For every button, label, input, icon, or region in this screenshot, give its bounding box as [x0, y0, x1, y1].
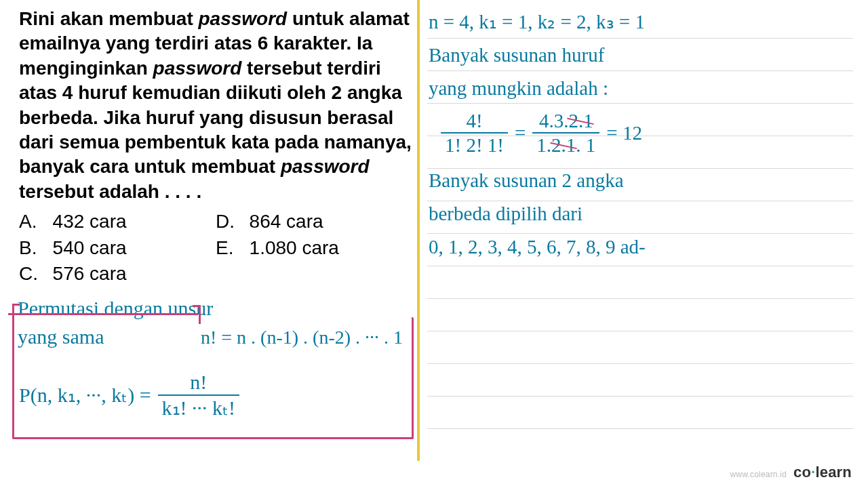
frac-2-den-strike: 2.1	[551, 134, 576, 156]
rule-line	[427, 428, 853, 429]
footer-url: www.colearn.id	[730, 470, 787, 479]
pink-box-outline	[12, 317, 414, 439]
choices: A. 432 cara D. 864 cara B. 540 cara E. 1…	[19, 209, 412, 286]
choice-b-text: 540 cara	[53, 237, 127, 258]
work-line-3: yang mungkin adalah :	[429, 72, 849, 105]
footer: www.colearn.id co·learn	[730, 464, 852, 481]
worked-solution: n = 4, k₁ = 1, k₂ = 2, k₃ = 1 Banyak sus…	[429, 5, 849, 264]
choice-e-text: 1.080 cara	[250, 237, 339, 258]
footer-brand: co·learn	[793, 464, 852, 481]
page: Rini akan membuat password untuk alamat …	[0, 0, 868, 488]
choice-c-text: 576 cara	[53, 263, 127, 284]
rule-line	[427, 266, 853, 266]
choice-a-text: 432 cara	[53, 211, 127, 232]
choice-c: C. 576 cara	[19, 262, 216, 286]
work-line-5: Banyak susunan 2 angka	[429, 164, 849, 197]
question-stem: Rini akan membuat password untuk alamat …	[19, 7, 412, 204]
choice-b: B. 540 cara	[19, 236, 216, 260]
rule-line	[427, 331, 853, 331]
brand-pre: co	[793, 464, 811, 481]
work-line-6: berbeda dipilih dari	[429, 197, 849, 230]
frac-2-den-a: 1.	[536, 134, 551, 156]
choice-e: E. 1.080 cara	[216, 236, 412, 260]
permutation-note: Permutasi dengan unsur yang sama n! = n …	[18, 297, 414, 445]
brand-post: learn	[815, 464, 852, 481]
work-equation: 4! 1! 2! 1! = 4.3.2.1 1.2.1. 1 = 12	[441, 109, 849, 157]
result-12: = 12	[606, 118, 642, 148]
frac-2-den: 1.2.1. 1	[532, 132, 599, 155]
perm-title-1: Permutasi dengan unsur	[18, 297, 213, 320]
frac-1: 4! 1! 2! 1!	[441, 110, 508, 156]
work-line-7: 0, 1, 2, 3, 4, 5, 6, 7, 8, 9 ad-	[429, 230, 849, 264]
rule-line	[427, 363, 853, 364]
choice-d: D. 864 cara	[216, 209, 412, 234]
vertical-divider	[417, 0, 420, 461]
equals-1: =	[515, 118, 526, 148]
frac-1-den: 1! 2! 1!	[441, 132, 508, 155]
work-line-2: Banyak susunan huruf	[429, 39, 849, 72]
choice-d-text: 864 cara	[250, 211, 323, 232]
work-line-1: n = 4, k₁ = 1, k₂ = 2, k₃ = 1	[429, 5, 849, 39]
frac-2: 4.3.2.1 1.2.1. 1	[532, 110, 599, 156]
rule-line	[427, 396, 853, 396]
rule-line	[427, 298, 853, 299]
question-block: Rini akan membuat password untuk alamat …	[19, 7, 412, 286]
frac-2-den-c: . 1	[576, 134, 595, 156]
frac-2-num-a: 4.3.	[539, 110, 569, 131]
frac-2-num: 4.3.2.1	[535, 110, 597, 132]
choice-a: A. 432 cara	[19, 209, 216, 234]
frac-2-num-strike: 2.1	[568, 110, 593, 131]
frac-1-num: 4!	[462, 110, 486, 132]
